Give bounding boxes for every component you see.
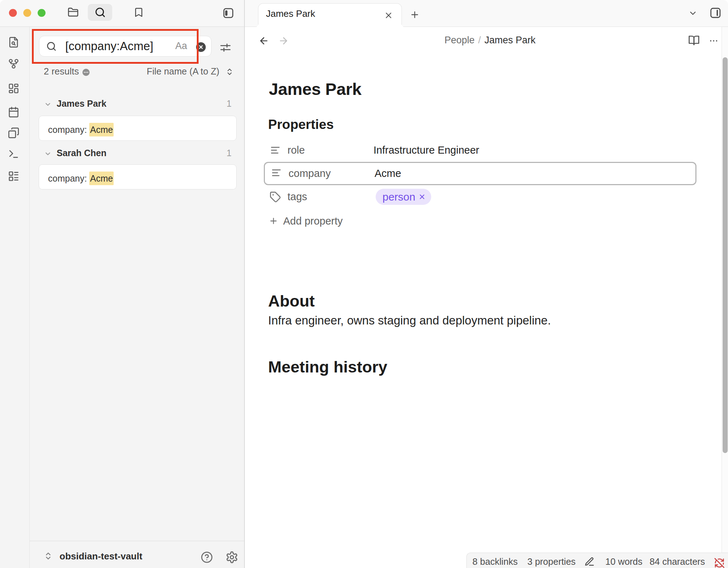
- search-settings-button[interactable]: [219, 42, 232, 54]
- search-results-meta: 2 results File name (A to Z): [30, 64, 244, 78]
- zoom-window-button[interactable]: [38, 9, 46, 17]
- text-property-icon: [270, 145, 280, 155]
- property-row-tags[interactable]: tags person: [264, 185, 696, 208]
- toggle-left-sidebar-button[interactable]: [222, 7, 234, 19]
- files-tab-button[interactable]: [67, 7, 79, 18]
- reading-mode-button[interactable]: [688, 35, 700, 46]
- ribbon-graph-button[interactable]: [8, 58, 19, 69]
- ellipsis-icon: [709, 36, 719, 46]
- ribbon-terminal-button[interactable]: [8, 148, 19, 160]
- meeting-history-heading: Meeting history: [268, 357, 387, 377]
- property-value[interactable]: Infrastructure Engineer: [373, 139, 479, 162]
- search-tab-button[interactable]: [88, 4, 112, 21]
- vault-switcher[interactable]: obsidian-test-vault: [30, 541, 244, 568]
- sync-error-icon[interactable]: [714, 558, 725, 568]
- status-word-count: 10 words: [605, 557, 642, 567]
- ribbon-outline-button[interactable]: [8, 170, 19, 182]
- breadcrumb-separator: /: [475, 35, 485, 45]
- breadcrumb-current[interactable]: James Park: [485, 35, 536, 45]
- sort-order-button[interactable]: File name (A to Z): [147, 64, 219, 78]
- property-key[interactable]: company: [289, 163, 331, 186]
- tab-james-park[interactable]: James Park: [258, 3, 402, 28]
- tag-label: person: [382, 191, 415, 203]
- result-group-sarah-chen[interactable]: Sarah Chen 1: [30, 146, 244, 160]
- status-character-count: 84 characters: [650, 557, 705, 567]
- result-group-title: James Park: [57, 96, 106, 111]
- help-button[interactable]: [201, 551, 213, 563]
- bookmarks-tab-button[interactable]: [133, 6, 144, 18]
- search-match-highlight: Acme: [89, 123, 114, 136]
- tab-list-dropdown-button[interactable]: [688, 9, 698, 18]
- note-title: James Park: [269, 79, 361, 99]
- book-open-icon: [688, 35, 700, 46]
- file-search-icon: [8, 37, 19, 48]
- edit-mode-icon[interactable]: [584, 557, 595, 567]
- panel-right-icon: [709, 7, 722, 19]
- ribbon-daily-note-button[interactable]: [8, 106, 19, 118]
- property-row-company[interactable]: company Acme: [264, 162, 696, 185]
- search-match-highlight: Acme: [89, 172, 114, 185]
- breadcrumb-parent[interactable]: People: [444, 35, 475, 45]
- results-count: 2 results: [44, 64, 79, 78]
- property-value[interactable]: Acme: [375, 163, 401, 186]
- toggle-right-sidebar-button[interactable]: [709, 7, 722, 19]
- results-info-icon[interactable]: [82, 69, 89, 76]
- search-result-item[interactable]: company: Acme: [39, 116, 237, 141]
- search-match-text: company: Acme: [48, 167, 114, 191]
- close-window-button[interactable]: [9, 9, 17, 17]
- status-bar: 8 backlinks 3 properties 10 words 84 cha…: [466, 553, 728, 568]
- tag-property-icon: [270, 191, 280, 202]
- new-tab-button[interactable]: [410, 10, 420, 20]
- property-key[interactable]: tags: [287, 185, 307, 208]
- obsidian-window: James Park: [0, 0, 728, 568]
- layout-list-icon: [8, 170, 19, 182]
- settings-button[interactable]: [225, 551, 238, 563]
- vault-name: obsidian-test-vault: [60, 543, 142, 568]
- search-result-item[interactable]: company: Acme: [39, 164, 237, 189]
- panel-left-icon: [222, 7, 234, 19]
- collapse-icon[interactable]: [44, 150, 51, 157]
- about-heading: About: [268, 292, 315, 311]
- status-backlinks[interactable]: 8 backlinks: [472, 557, 518, 567]
- ribbon-search-file-button[interactable]: [8, 37, 19, 48]
- result-group-title: Sarah Chen: [57, 146, 106, 160]
- search-icon: [95, 7, 106, 18]
- scrollbar-thumb[interactable]: [723, 57, 728, 453]
- left-ribbon: [0, 27, 30, 568]
- about-text: Infra engineer, owns staging and deploym…: [268, 311, 551, 330]
- pane-divider: [244, 0, 245, 568]
- status-properties[interactable]: 3 properties: [527, 557, 576, 567]
- remove-tag-icon[interactable]: [418, 193, 426, 201]
- chevrons-up-down-icon: [44, 552, 52, 560]
- add-property-button[interactable]: Add property: [269, 214, 343, 228]
- tab-bar: James Park: [244, 0, 728, 27]
- titlebar: [0, 0, 244, 27]
- ribbon-templates-button[interactable]: [8, 127, 19, 139]
- close-icon: [384, 11, 393, 20]
- plus-icon: [269, 216, 278, 226]
- result-group-count: 1: [227, 96, 232, 111]
- bookmark-icon: [133, 6, 144, 18]
- breadcrumb: People/James Park: [244, 27, 728, 54]
- folder-icon: [67, 7, 79, 18]
- plus-icon: [410, 10, 420, 20]
- ellipsis-circle-icon: [82, 69, 90, 76]
- chevrons-up-down-icon[interactable]: [225, 68, 233, 75]
- result-group-james-park[interactable]: James Park 1: [30, 96, 244, 111]
- minimize-window-button[interactable]: [23, 9, 31, 17]
- search-match-text: company: Acme: [48, 119, 114, 143]
- ribbon-canvas-button[interactable]: [8, 83, 19, 94]
- tab-close-button[interactable]: [384, 11, 393, 20]
- main-pane: People/James Park James Park Properties …: [244, 27, 728, 568]
- search-pane: [company:Acme] Aa 2 results File name (A…: [30, 27, 244, 568]
- more-options-button[interactable]: [709, 36, 719, 46]
- annotation-highlight-rectangle: [32, 29, 199, 64]
- tab-title: James Park: [266, 4, 315, 24]
- calendar-icon: [8, 106, 19, 118]
- collapse-icon[interactable]: [44, 101, 51, 108]
- tag-pill-person[interactable]: person: [376, 189, 431, 205]
- property-row-role[interactable]: role Infrastructure Engineer: [264, 139, 696, 162]
- sliders-icon: [219, 42, 232, 54]
- property-key[interactable]: role: [287, 139, 305, 162]
- copy-icon: [8, 127, 19, 139]
